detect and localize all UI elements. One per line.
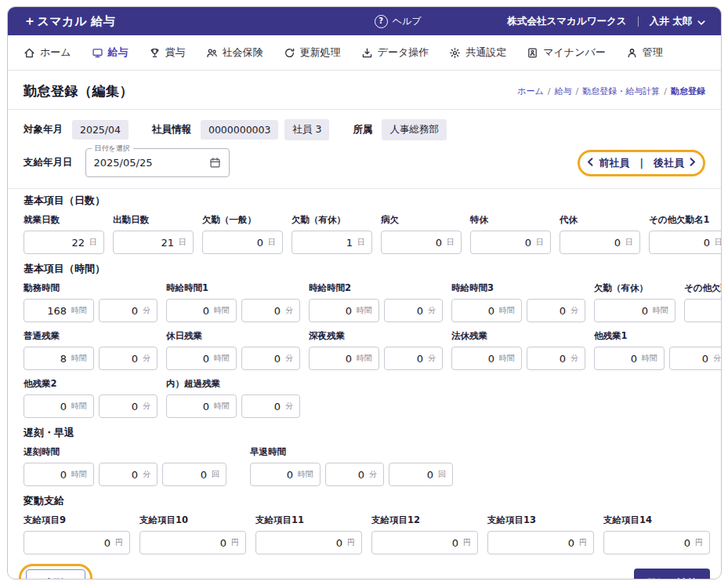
other-absence-1-input[interactable]: 0日 (649, 231, 722, 254)
calendar-icon[interactable] (209, 157, 221, 169)
breadcrumb-current: 勤怠登録 (671, 85, 705, 97)
field-pay-item-10: 支給項目10 0円 (139, 514, 246, 554)
hourly-time-1-minutes-input[interactable]: 0分 (241, 299, 300, 322)
absence-general-input[interactable]: 0日 (202, 231, 283, 254)
user-menu[interactable]: 入井 太郎 (650, 15, 705, 28)
attendance-days-input[interactable]: 21日 (113, 231, 194, 254)
input-value: 0 (610, 537, 690, 549)
trophy-icon (149, 47, 161, 59)
input-value: 1 (299, 237, 353, 249)
substitute-leave-input[interactable]: 0日 (560, 231, 640, 254)
pay-item-13-input[interactable]: 0円 (487, 531, 594, 554)
nav-item-common-settings[interactable]: 共通設定 (449, 45, 506, 60)
unit-label: 円 (231, 537, 239, 548)
field-hourly-time-1: 時給時間1 0時間 0分 (166, 282, 300, 322)
nav-label: 賞与 (165, 45, 186, 60)
help-button[interactable]: ? ヘルプ (375, 15, 422, 28)
app-window: ＋スマカル給与 ? ヘルプ 株式会社スマカルワークス 入井 太郎 ホーム 給与 … (7, 6, 722, 580)
other-overtime-1-minutes-input[interactable]: 0分 (669, 347, 722, 370)
sick-absence-input[interactable]: 0日 (381, 231, 462, 254)
unit-label: 日 (268, 237, 276, 248)
other-absence-hours-1-input[interactable]: 0時間 (684, 299, 722, 322)
days-row: 就業日数 22日 出勤日数 21日 欠勤（一般） 0日 欠勤（有休） 1日 病欠… (24, 214, 705, 254)
nav-item-data-operations[interactable]: データ操作 (361, 45, 429, 60)
regular-overtime-minutes-input[interactable]: 0分 (99, 347, 158, 370)
input-value: 0 (458, 305, 494, 317)
section-title-late-early: 遅刻・早退 (24, 426, 705, 440)
prev-employee-button[interactable]: 前社員 (587, 156, 629, 170)
hourly-time-3-hours-input[interactable]: 0時間 (451, 299, 522, 322)
absence-paid-leave-input[interactable]: 1日 (292, 231, 372, 254)
early-leave-count-input[interactable]: 0回 (389, 463, 453, 486)
department-label: 所属 (353, 123, 372, 136)
main-nav: ホーム 給与 賞与 社会保険 更新処理 データ操作 共通設定 マイナンバー (8, 35, 721, 71)
breadcrumb-home[interactable]: ホーム (517, 85, 544, 97)
nav-item-bonus[interactable]: 賞与 (149, 45, 186, 60)
input-value: 0 (248, 353, 281, 365)
delete-button[interactable]: 削除 (26, 569, 85, 580)
chevron-left-icon (587, 157, 593, 169)
nav-item-salary[interactable]: 給与 (92, 45, 129, 60)
app-logo[interactable]: ＋スマカル給与 (24, 13, 115, 30)
field-other-absence-1: その他欠勤名1 0日 (649, 214, 722, 254)
next-employee-button[interactable]: 後社員 (654, 156, 696, 170)
department-value: 人事総務部 (382, 119, 447, 140)
pay-item-9-input[interactable]: 0円 (24, 531, 130, 554)
holiday-overtime-minutes-input[interactable]: 0分 (241, 347, 300, 370)
nav-item-admin[interactable]: 管理 (626, 45, 663, 60)
nav-item-my-number[interactable]: マイナンバー (527, 45, 606, 60)
time-row-1: 勤務時間 168時間 0分 時給時間1 0時間 0分 時給時間2 0時間 0分 (24, 282, 705, 322)
other-overtime-2-minutes-input[interactable]: 0分 (99, 394, 158, 418)
pay-item-10-input[interactable]: 0円 (139, 531, 246, 554)
unit-label: 分 (713, 353, 721, 364)
input-value: 0 (534, 305, 566, 317)
pay-item-11-input[interactable]: 0円 (255, 531, 362, 554)
other-overtime-2-hours-input[interactable]: 0時間 (24, 394, 94, 418)
lateness-minutes-input[interactable]: 0分 (99, 463, 158, 486)
input-value: 0 (31, 469, 67, 481)
unit-label: 時間 (71, 353, 87, 364)
legal-holiday-overtime-minutes-input[interactable]: 0分 (527, 347, 585, 370)
early-leave-minutes-input[interactable]: 0分 (325, 463, 384, 486)
submit-button[interactable]: 登録・計算 (634, 569, 710, 580)
breadcrumb-attendance-calc[interactable]: 勤怠登録・給与計算 (582, 85, 660, 97)
work-minutes-input[interactable]: 0分 (99, 299, 158, 322)
nav-item-home[interactable]: ホーム (24, 45, 71, 60)
regular-overtime-hours-input[interactable]: 8時間 (24, 347, 94, 370)
other-overtime-1-hours-input[interactable]: 0時間 (594, 347, 665, 370)
nav-item-social-insurance[interactable]: 社会保険 (206, 45, 263, 60)
excess-overtime-minutes-input[interactable]: 0分 (241, 394, 300, 418)
lateness-hours-input[interactable]: 0時間 (24, 463, 94, 486)
early-leave-hours-input[interactable]: 0時間 (250, 463, 321, 486)
midnight-overtime-minutes-input[interactable]: 0分 (384, 347, 443, 370)
special-leave-input[interactable]: 0日 (470, 231, 551, 254)
absence-paid-hours-input[interactable]: 0時間 (594, 299, 675, 322)
pay-item-14-input[interactable]: 0円 (603, 531, 710, 554)
working-days-input[interactable]: 22日 (24, 231, 104, 254)
midnight-overtime-hours-input[interactable]: 0時間 (309, 347, 379, 370)
input-value: 0 (601, 305, 648, 317)
nav-item-update[interactable]: 更新処理 (284, 45, 341, 60)
pay-item-12-input[interactable]: 0円 (371, 531, 478, 554)
input-value: 0 (391, 305, 423, 317)
hourly-time-2-hours-input[interactable]: 0時間 (309, 299, 379, 322)
input-value: 168 (31, 305, 67, 317)
input-value: 0 (534, 353, 566, 365)
input-value: 0 (316, 353, 352, 365)
excess-overtime-hours-input[interactable]: 0時間 (166, 394, 237, 418)
nav-label: ホーム (40, 45, 71, 60)
target-month-value: 2025/04 (72, 120, 129, 140)
annotation-highlight-pager: 前社員 ｜ 後社員 (578, 150, 705, 176)
unit-label: 分 (143, 469, 150, 480)
holiday-overtime-hours-input[interactable]: 0時間 (166, 347, 237, 370)
hourly-time-3-minutes-input[interactable]: 0分 (527, 299, 585, 322)
logo-plus-icon: ＋ (24, 13, 37, 30)
work-hours-input[interactable]: 168時間 (24, 299, 94, 322)
unit-label: 日 (625, 237, 633, 248)
breadcrumb-salary[interactable]: 給与 (555, 85, 572, 97)
payment-date-input[interactable]: 日付を選択 2025/05/25 (85, 148, 230, 177)
hourly-time-1-hours-input[interactable]: 0時間 (166, 299, 237, 322)
hourly-time-2-minutes-input[interactable]: 0分 (384, 299, 443, 322)
legal-holiday-overtime-hours-input[interactable]: 0時間 (451, 347, 522, 370)
lateness-count-input[interactable]: 0回 (162, 463, 226, 486)
